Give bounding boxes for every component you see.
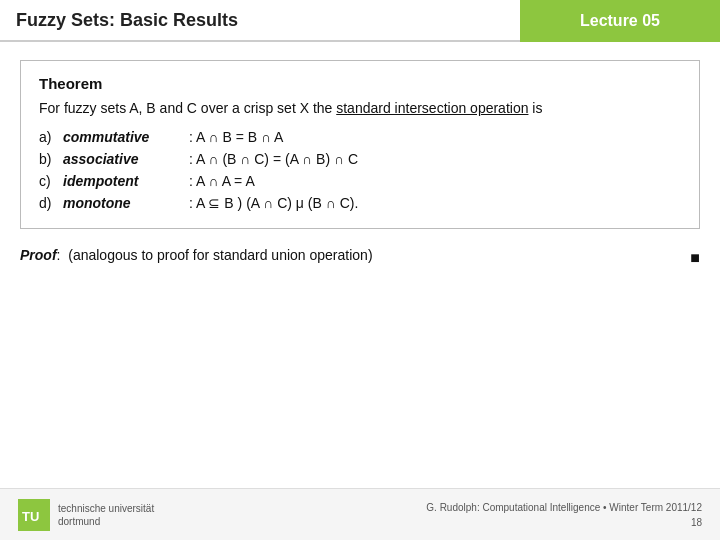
item-term-a: commutative <box>59 126 189 148</box>
qed-symbol: ■ <box>690 249 700 267</box>
table-row: b) associative : A ∩ (B ∩ C) = (A ∩ B) ∩… <box>39 148 681 170</box>
university-line2: dortmund <box>58 515 154 528</box>
lecture-text: Lecture 05 <box>580 12 660 30</box>
footer-university: technische universität dortmund <box>58 502 154 528</box>
underlined-term: standard intersection operation <box>336 100 528 116</box>
item-formula-d: : A ⊆ B ) (A ∩ C) μ (B ∩ C). <box>189 192 681 214</box>
svg-text:TU: TU <box>22 509 39 524</box>
item-label-b: b) <box>39 148 59 170</box>
table-row: c) idempotent : A ∩ A = A <box>39 170 681 192</box>
item-label-d: d) <box>39 192 59 214</box>
item-label-c: c) <box>39 170 59 192</box>
theorem-box: Theorem For fuzzy sets A, B and C over a… <box>20 60 700 229</box>
tu-logo-icon: TU <box>18 499 50 531</box>
lecture-badge: Lecture 05 <box>520 0 720 42</box>
item-term-c: idempotent <box>59 170 189 192</box>
footer-logo-area: TU technische universität dortmund <box>18 499 154 531</box>
title-text: Fuzzy Sets: Basic Results <box>16 10 238 31</box>
main-content: Theorem For fuzzy sets A, B and C over a… <box>0 42 720 287</box>
table-row: a) commutative : A ∩ B = B ∩ A <box>39 126 681 148</box>
item-formula-b: : A ∩ (B ∩ C) = (A ∩ B) ∩ C <box>189 148 681 170</box>
proof-section: Proof: (analogous to proof for standard … <box>20 247 700 267</box>
theorem-table: a) commutative : A ∩ B = B ∩ A b) associ… <box>39 126 681 214</box>
footer: TU technische universität dortmund G. Ru… <box>0 488 720 540</box>
theorem-intro: For fuzzy sets A, B and C over a crisp s… <box>39 100 681 116</box>
item-label-a: a) <box>39 126 59 148</box>
item-term-b: associative <box>59 148 189 170</box>
footer-credit-text: G. Rudolph: Computational Intelligence •… <box>426 500 702 515</box>
table-row: d) monotone : A ⊆ B ) (A ∩ C) μ (B ∩ C). <box>39 192 681 214</box>
proof-text: Proof: (analogous to proof for standard … <box>20 247 680 263</box>
university-line1: technische universität <box>58 502 154 515</box>
header: Fuzzy Sets: Basic Results Lecture 05 <box>0 0 720 42</box>
slide-title: Fuzzy Sets: Basic Results <box>0 0 520 42</box>
item-formula-c: : A ∩ A = A <box>189 170 681 192</box>
theorem-title: Theorem <box>39 75 681 92</box>
footer-page-number: 18 <box>426 515 702 530</box>
item-formula-a: : A ∩ B = B ∩ A <box>189 126 681 148</box>
item-term-d: monotone <box>59 192 189 214</box>
footer-credits: G. Rudolph: Computational Intelligence •… <box>426 500 702 530</box>
